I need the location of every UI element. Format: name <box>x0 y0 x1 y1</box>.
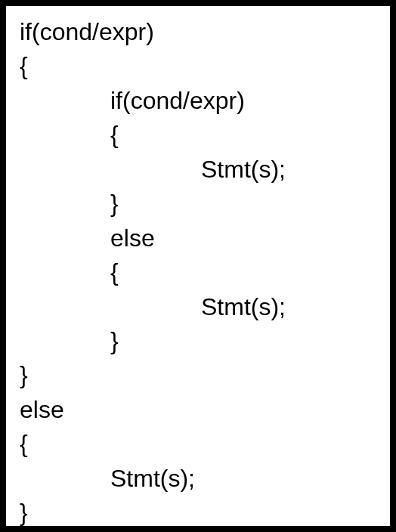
code-line: { <box>20 255 390 289</box>
code-line: else <box>20 393 390 427</box>
code-line: Stmt(s); <box>20 462 390 496</box>
code-line: { <box>20 118 390 152</box>
code-line: if(cond/expr) <box>20 84 390 118</box>
code-line: { <box>20 427 390 461</box>
code-line: else <box>20 221 390 255</box>
code-line: if(cond/expr) <box>20 15 390 49</box>
code-line: } <box>20 324 390 358</box>
code-line: Stmt(s); <box>20 153 390 187</box>
code-snippet-box: if(cond/expr) { if(cond/expr) { Stmt(s);… <box>0 0 396 532</box>
code-line: } <box>20 358 390 392</box>
code-line: { <box>20 49 390 83</box>
code-line: } <box>20 187 390 221</box>
code-line: Stmt(s); <box>20 290 390 324</box>
code-line: } <box>20 496 390 530</box>
